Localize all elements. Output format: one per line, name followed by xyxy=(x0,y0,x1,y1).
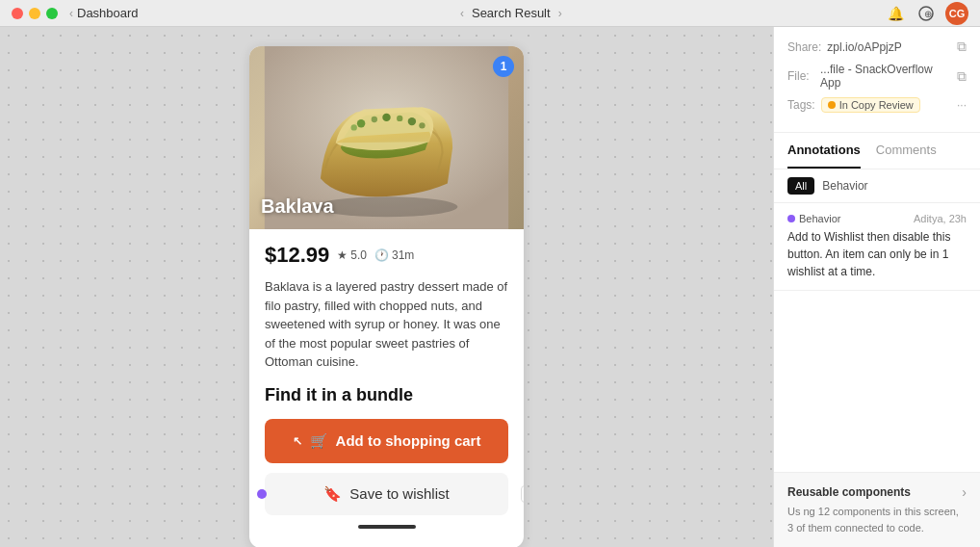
annotation-item: Behavior Aditya, 23h Add to Wishlist the… xyxy=(774,203,980,291)
product-card: 1 Baklava $12.99 ★ 5.0 🕐 31m Baklava is xyxy=(249,46,524,547)
filter-all-button[interactable]: All xyxy=(787,177,814,195)
bookmark-icon: 🔖 xyxy=(323,485,342,503)
svg-text:⊕: ⊕ xyxy=(924,9,932,19)
product-time: 🕐 31m xyxy=(374,248,414,262)
svg-point-5 xyxy=(372,117,377,122)
tags-label: Tags: xyxy=(787,98,815,112)
svg-point-8 xyxy=(408,117,416,125)
rating-value: 5.0 xyxy=(350,248,367,262)
clock-icon: 🕐 xyxy=(374,248,389,262)
annotation-header: Behavior Aditya, 23h xyxy=(787,213,967,224)
reusable-header: Reusable components › xyxy=(787,484,967,500)
progress-bar-wrap xyxy=(265,525,508,534)
reusable-components-section: Reusable components › Us ng 12 component… xyxy=(774,472,980,547)
svg-point-3 xyxy=(316,196,458,217)
dashboard-label[interactable]: Dashboard xyxy=(77,6,139,20)
traffic-lights xyxy=(12,8,58,19)
reusable-desc: Us ng 12 components in this screen, 3 of… xyxy=(787,504,967,535)
annotation-type-label: Behavior xyxy=(799,213,840,224)
breadcrumb: ‹ Dashboard xyxy=(69,6,139,20)
product-image: 1 Baklava xyxy=(249,46,524,229)
tab-comments[interactable]: Comments xyxy=(876,133,937,169)
scroll-indicator xyxy=(358,525,416,529)
file-label: File: xyxy=(787,69,814,83)
tag-color-dot xyxy=(828,101,836,109)
time-value: 31m xyxy=(392,248,414,262)
reusable-expand-button[interactable]: › xyxy=(962,484,967,500)
sidebar: Share: zpl.io/oAPpjzP ⧉ File: ...file - … xyxy=(773,27,980,547)
share-link[interactable]: zpl.io/oAPpjzP xyxy=(827,40,951,54)
copy-link-button[interactable]: ⧉ xyxy=(957,39,967,55)
annotation-type: Behavior xyxy=(787,213,840,224)
file-row: File: ...file - SnackOverflow App ⧉ xyxy=(787,63,967,90)
filter-behavior-button[interactable]: Behavior xyxy=(822,179,867,193)
notifications-button[interactable]: 🔔 xyxy=(884,2,907,25)
help-button[interactable]: ⊕ xyxy=(915,2,938,25)
next-result-icon[interactable]: › xyxy=(558,7,562,20)
product-name-overlay: Baklava xyxy=(261,195,334,218)
tag-badge[interactable]: In Copy Review xyxy=(821,97,920,113)
product-price-row: $12.99 ★ 5.0 🕐 31m xyxy=(265,243,508,268)
find-bundle-label: Find it in a bundle xyxy=(265,385,508,405)
copy-file-button[interactable]: ⧉ xyxy=(957,68,967,85)
badge-count: 1 xyxy=(493,56,514,77)
back-arrow-icon[interactable]: ‹ xyxy=(69,7,73,20)
svg-point-6 xyxy=(382,114,390,121)
avatar[interactable]: CG xyxy=(945,2,968,25)
star-icon: ★ xyxy=(337,248,348,262)
nav-icons: 🔔 ⊕ CG xyxy=(884,2,968,25)
share-label: Share: xyxy=(787,40,821,54)
product-description: Baklava is a layered pastry dessert made… xyxy=(265,277,508,372)
add-to-cart-button[interactable]: ↖ 🛒 Add to shopping cart xyxy=(265,419,508,463)
wishlist-button-label: Save to wishlist xyxy=(349,485,449,502)
sidebar-tabs: Annotations Comments xyxy=(774,133,980,169)
product-price: $12.99 xyxy=(265,243,329,268)
annotation-type-dot xyxy=(787,215,795,222)
close-button[interactable] xyxy=(12,8,23,19)
tab-annotations[interactable]: Annotations xyxy=(787,133,861,169)
titlebar: ‹ Dashboard ‹ Search Result › 🔔 ⊕ CG xyxy=(0,0,980,27)
cart-icon: 🛒 xyxy=(310,432,328,450)
behavior-tooltip: Behavior xyxy=(521,485,524,503)
product-rating: ★ 5.0 xyxy=(337,248,367,262)
nav-title: Search Result xyxy=(472,6,551,20)
nav-center: ‹ Search Result › xyxy=(139,6,884,20)
product-area: 1 Baklava $12.99 ★ 5.0 🕐 31m Baklava is xyxy=(0,27,773,547)
maximize-button[interactable] xyxy=(46,8,58,19)
cart-button-label: Add to shopping cart xyxy=(336,432,481,449)
svg-point-7 xyxy=(397,116,402,121)
svg-point-10 xyxy=(419,122,425,128)
annotation-text: Add to Wishlist then disable this button… xyxy=(787,228,967,280)
minimize-button[interactable] xyxy=(29,8,40,19)
svg-point-4 xyxy=(357,119,365,127)
cursor-icon: ↖ xyxy=(293,434,302,448)
product-body: $12.99 ★ 5.0 🕐 31m Baklava is a layered … xyxy=(249,229,524,547)
reusable-title: Reusable components xyxy=(787,485,911,499)
more-options-button[interactable]: ··· xyxy=(957,98,967,112)
filter-row: All Behavior xyxy=(774,169,980,203)
prev-result-icon[interactable]: ‹ xyxy=(460,7,464,20)
main-area: 1 Baklava $12.99 ★ 5.0 🕐 31m Baklava is xyxy=(0,27,980,547)
sidebar-meta: Share: zpl.io/oAPpjzP ⧉ File: ...file - … xyxy=(774,27,980,133)
share-row: Share: zpl.io/oAPpjzP ⧉ xyxy=(787,39,967,55)
annotation-author: Aditya, 23h xyxy=(914,213,967,224)
annotation-dot-marker xyxy=(257,489,267,499)
save-to-wishlist-button[interactable]: 🔖 Save to wishlist xyxy=(265,473,508,515)
tags-row: Tags: In Copy Review ··· xyxy=(787,97,967,113)
svg-point-9 xyxy=(351,124,357,130)
file-name[interactable]: ...file - SnackOverflow App xyxy=(820,63,951,90)
tag-name: In Copy Review xyxy=(839,99,914,111)
